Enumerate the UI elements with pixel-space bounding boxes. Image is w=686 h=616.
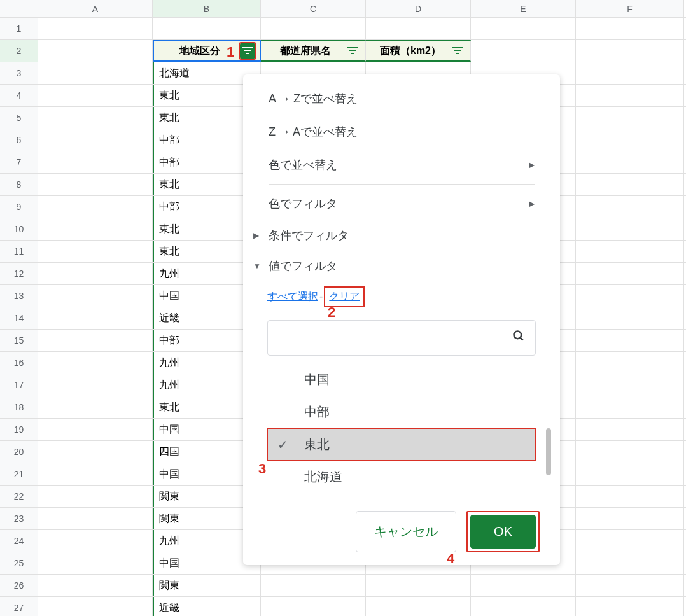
cell[interactable] [576,486,684,507]
cell[interactable] [38,241,153,262]
cell[interactable] [38,129,153,151]
cell[interactable] [471,575,576,596]
filter-value-option[interactable]: 中国 [267,363,536,396]
header-cell-area[interactable]: 面積（km2） [366,40,471,62]
cell[interactable] [38,352,153,374]
row-header[interactable]: 8 [0,174,38,195]
filter-by-condition[interactable]: ▶ 条件でフィルタ [243,220,560,251]
row-header[interactable]: 4 [0,85,38,106]
cell[interactable] [576,263,684,284]
cell[interactable] [38,419,153,440]
cell-region[interactable] [153,18,261,39]
cell[interactable] [576,40,684,62]
cell[interactable] [38,396,153,418]
cell[interactable] [38,196,153,218]
cell[interactable] [38,307,153,329]
row-header[interactable]: 24 [0,530,38,552]
sort-az[interactable]: A → Zで並べ替え [243,82,560,115]
row-header[interactable]: 3 [0,62,38,84]
cell[interactable] [576,307,684,329]
cell[interactable] [38,441,153,463]
row-header[interactable]: 7 [0,151,38,173]
row-header[interactable]: 2 [0,40,38,62]
row-header[interactable]: 26 [0,575,38,596]
cell[interactable] [576,441,684,463]
row-header[interactable]: 10 [0,218,38,240]
select-all-link[interactable]: すべて選択 [267,291,318,302]
cell[interactable] [576,107,684,129]
cell[interactable] [261,575,366,596]
row-header[interactable]: 1 [0,18,38,39]
cell[interactable] [576,218,684,240]
cell[interactable] [576,62,684,84]
cell[interactable] [471,40,576,62]
cell[interactable] [38,174,153,195]
filter-search-box[interactable] [267,320,536,356]
cell[interactable] [576,508,684,529]
cell[interactable] [38,552,153,574]
cell[interactable] [576,151,684,173]
filter-search-input[interactable] [278,332,512,345]
cell[interactable] [576,330,684,351]
cell-region[interactable]: 近畿 [153,597,261,616]
cell[interactable] [38,40,153,62]
row-header[interactable]: 5 [0,107,38,129]
cell[interactable] [38,263,153,284]
row-header[interactable]: 23 [0,508,38,529]
filter-value-option-selected[interactable]: ✓ 東北 [267,428,536,461]
cell[interactable] [576,85,684,106]
col-header-E[interactable]: E [471,0,576,17]
filter-icon[interactable] [345,43,360,59]
cell[interactable] [38,62,153,84]
cell[interactable] [471,597,576,616]
cell[interactable] [261,18,366,39]
header-cell-prefecture[interactable]: 都道府県名 [261,40,366,62]
col-header-D[interactable]: D [366,0,471,17]
cell[interactable] [38,463,153,485]
cell[interactable] [38,18,153,39]
row-header[interactable]: 19 [0,419,38,440]
cell[interactable] [38,374,153,396]
sort-za[interactable]: Z → Aで並べ替え [243,115,560,148]
cell[interactable] [576,530,684,552]
ok-button[interactable]: OK [470,515,536,549]
filter-icon[interactable] [240,43,255,59]
cancel-button[interactable]: キャンセル [356,511,456,552]
cell[interactable] [38,530,153,552]
cell[interactable] [366,18,471,39]
col-header-B[interactable]: B [153,0,261,17]
cell[interactable] [576,396,684,418]
cell[interactable] [38,107,153,129]
row-header[interactable]: 12 [0,263,38,284]
cell[interactable] [38,597,153,616]
header-cell-region[interactable]: 地域区分 [153,40,261,62]
col-header-C[interactable]: C [261,0,366,17]
row-header[interactable]: 14 [0,307,38,329]
cell[interactable] [366,597,471,616]
row-header[interactable]: 22 [0,486,38,507]
row-header[interactable]: 11 [0,241,38,262]
cell[interactable] [38,151,153,173]
row-header[interactable]: 6 [0,129,38,151]
col-header-A[interactable]: A [38,0,153,17]
cell[interactable] [576,285,684,307]
clear-link[interactable]: クリア [329,291,360,302]
scrollbar-thumb[interactable] [546,428,551,475]
row-header[interactable]: 18 [0,396,38,418]
filter-icon[interactable] [450,43,465,59]
cell[interactable] [366,575,471,596]
corner-cell[interactable] [0,0,38,17]
cell[interactable] [38,285,153,307]
cell[interactable] [261,597,366,616]
cell[interactable] [576,196,684,218]
cell[interactable] [576,463,684,485]
row-header[interactable]: 16 [0,352,38,374]
filter-by-color[interactable]: 色でフィルタ▶ [243,187,560,220]
row-header[interactable]: 20 [0,441,38,463]
cell[interactable] [576,241,684,262]
cell-region[interactable]: 関東 [153,575,261,596]
cell[interactable] [576,352,684,374]
cell[interactable] [471,18,576,39]
row-header[interactable]: 17 [0,374,38,396]
cell[interactable] [38,486,153,507]
